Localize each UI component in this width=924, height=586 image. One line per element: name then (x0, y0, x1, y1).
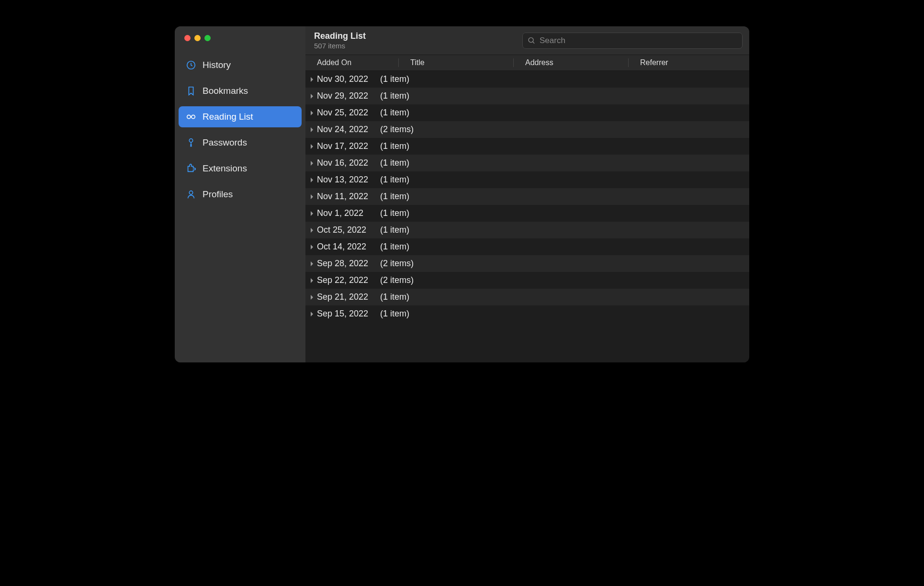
svg-point-2 (192, 115, 195, 118)
row-date: Sep 21, 2022 (317, 292, 378, 302)
row-date: Nov 13, 2022 (317, 175, 378, 185)
list-group-row[interactable]: Nov 24, 2022(2 items) (305, 121, 749, 138)
chevron-right-icon[interactable] (309, 144, 315, 149)
page-title: Reading List (314, 31, 366, 41)
row-count: (1 item) (380, 309, 409, 319)
search-box[interactable] (522, 33, 743, 49)
row-count: (2 items) (380, 124, 414, 135)
chevron-right-icon[interactable] (309, 278, 315, 283)
row-count: (1 item) (380, 91, 409, 101)
sidebar-item-reading-list[interactable]: Reading List (179, 106, 302, 127)
list-group-row[interactable]: Nov 11, 2022(1 item) (305, 188, 749, 205)
row-date: Nov 11, 2022 (317, 192, 378, 202)
clock-icon (185, 59, 197, 71)
list-group-row[interactable]: Oct 25, 2022(1 item) (305, 222, 749, 238)
key-icon (185, 137, 197, 148)
chevron-right-icon[interactable] (309, 294, 315, 300)
sidebar-item-label: Profiles (203, 189, 233, 200)
chevron-right-icon[interactable] (309, 227, 315, 233)
chevron-right-icon[interactable] (309, 311, 315, 317)
list-group-row[interactable]: Oct 14, 2022(1 item) (305, 238, 749, 255)
row-count: (1 item) (380, 108, 409, 118)
sidebar-item-bookmarks[interactable]: Bookmarks (179, 80, 302, 101)
row-date: Oct 25, 2022 (317, 225, 378, 235)
traffic-lights (175, 35, 305, 41)
list-group-row[interactable]: Nov 30, 2022(1 item) (305, 71, 749, 88)
bookmark-icon (185, 85, 197, 97)
row-date: Sep 22, 2022 (317, 275, 378, 285)
chevron-right-icon[interactable] (309, 160, 315, 166)
column-referrer[interactable]: Referrer (629, 58, 749, 67)
sidebar-item-profiles[interactable]: Profiles (179, 184, 302, 205)
list-group-row[interactable]: Nov 29, 2022(1 item) (305, 88, 749, 104)
sidebar-item-label: Bookmarks (203, 86, 248, 96)
sidebar-item-history[interactable]: History (179, 55, 302, 76)
row-count: (1 item) (380, 141, 409, 151)
chevron-right-icon[interactable] (309, 93, 315, 99)
glasses-icon (185, 111, 197, 123)
person-icon (185, 189, 197, 200)
column-added-on[interactable]: Added On (305, 58, 399, 67)
row-date: Nov 17, 2022 (317, 141, 378, 151)
svg-point-3 (189, 139, 192, 142)
chevron-right-icon[interactable] (309, 177, 315, 183)
row-date: Nov 24, 2022 (317, 124, 378, 135)
sidebar-nav: History Bookmarks Reading List (175, 55, 305, 205)
header: Reading List 507 items (305, 26, 749, 55)
row-count: (1 item) (380, 208, 409, 218)
svg-point-5 (529, 37, 533, 42)
list-group-row[interactable]: Sep 15, 2022(1 item) (305, 305, 749, 322)
header-title-group: Reading List 507 items (314, 31, 366, 50)
row-count: (1 item) (380, 175, 409, 185)
sidebar-item-label: Reading List (203, 112, 253, 122)
list-group-row[interactable]: Sep 22, 2022(2 items) (305, 272, 749, 289)
minimize-button[interactable] (194, 35, 201, 41)
list-group-row[interactable]: Nov 17, 2022(1 item) (305, 138, 749, 155)
row-count: (1 item) (380, 74, 409, 84)
chevron-right-icon[interactable] (309, 127, 315, 133)
sidebar-item-label: Extensions (203, 163, 247, 174)
row-count: (2 items) (380, 259, 414, 269)
row-count: (1 item) (380, 225, 409, 235)
row-date: Nov 1, 2022 (317, 208, 378, 218)
chevron-right-icon[interactable] (309, 110, 315, 116)
search-input[interactable] (540, 36, 737, 45)
list-group-row[interactable]: Nov 13, 2022(1 item) (305, 171, 749, 188)
puzzle-icon (185, 163, 197, 174)
row-date: Oct 14, 2022 (317, 242, 378, 252)
row-date: Nov 29, 2022 (317, 91, 378, 101)
column-title[interactable]: Title (399, 58, 514, 67)
row-count: (1 item) (380, 292, 409, 302)
row-date: Nov 30, 2022 (317, 74, 378, 84)
chevron-right-icon[interactable] (309, 261, 315, 267)
sidebar: History Bookmarks Reading List (175, 26, 305, 362)
main-content: Reading List 507 items Added On Title Ad… (305, 26, 749, 362)
list-group-row[interactable]: Sep 21, 2022(1 item) (305, 289, 749, 305)
chevron-right-icon[interactable] (309, 244, 315, 250)
row-count: (1 item) (380, 192, 409, 202)
row-date: Nov 16, 2022 (317, 158, 378, 168)
sidebar-item-label: History (203, 60, 231, 70)
chevron-right-icon[interactable] (309, 77, 315, 82)
row-date: Sep 15, 2022 (317, 309, 378, 319)
column-address[interactable]: Address (514, 58, 629, 67)
row-date: Sep 28, 2022 (317, 259, 378, 269)
chevron-right-icon[interactable] (309, 211, 315, 216)
sidebar-item-extensions[interactable]: Extensions (179, 158, 302, 179)
list-group-row[interactable]: Nov 16, 2022(1 item) (305, 155, 749, 171)
svg-point-4 (189, 191, 192, 194)
sidebar-item-label: Passwords (203, 137, 247, 148)
row-count: (1 item) (380, 242, 409, 252)
list-group-row[interactable]: Nov 1, 2022(1 item) (305, 205, 749, 222)
row-date: Nov 25, 2022 (317, 108, 378, 118)
maximize-button[interactable] (204, 35, 211, 41)
row-count: (1 item) (380, 158, 409, 168)
svg-point-1 (187, 115, 191, 118)
list-group-row[interactable]: Nov 25, 2022(1 item) (305, 104, 749, 121)
row-count: (2 items) (380, 275, 414, 285)
close-button[interactable] (184, 35, 191, 41)
columns-header: Added On Title Address Referrer (305, 55, 749, 71)
chevron-right-icon[interactable] (309, 194, 315, 200)
list-group-row[interactable]: Sep 28, 2022(2 items) (305, 255, 749, 272)
sidebar-item-passwords[interactable]: Passwords (179, 132, 302, 153)
